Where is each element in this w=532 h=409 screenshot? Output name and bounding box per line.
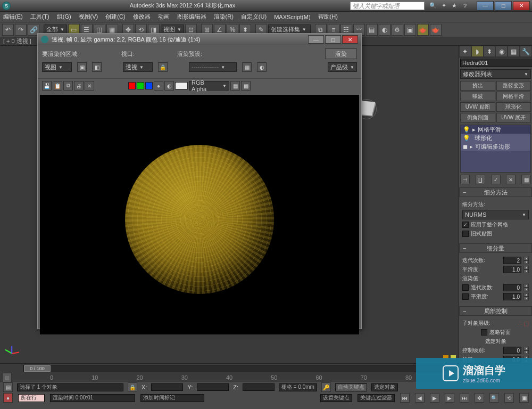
mod-btn-meshsmooth[interactable]: 网格平滑 — [496, 92, 531, 101]
layer-name[interactable]: 所在行 — [18, 394, 45, 402]
clone-button[interactable]: ⧉ — [63, 81, 73, 91]
auto-key-button[interactable]: 自动关键点 — [335, 383, 367, 391]
env-button[interactable]: ◐ — [257, 62, 267, 72]
iterations-spinner[interactable] — [503, 257, 521, 264]
z-coord-input[interactable] — [243, 383, 275, 391]
render-close-button[interactable]: ✕ — [342, 35, 358, 44]
overlay-a-button[interactable]: ▦ — [230, 81, 240, 91]
timeline-mode-button[interactable]: ⊞ — [2, 373, 12, 382]
menu-modifiers[interactable]: 修改器 — [133, 13, 151, 21]
production-dropdown[interactable]: 产品级▼ — [328, 62, 357, 72]
menu-customize[interactable]: 自定义(U) — [241, 13, 267, 21]
material-editor-button[interactable]: ◐ — [379, 24, 390, 36]
add-time-tag-button[interactable]: 添加时间标记 — [140, 394, 204, 402]
viewport-label[interactable]: [ + 0 透视 ] — [3, 37, 31, 45]
viewport-dropdown[interactable]: 透视▼ — [123, 62, 153, 72]
key-mode-button[interactable]: 🔑 — [321, 382, 331, 392]
stack-item-meshsmooth[interactable]: 💡▸网格平滑 — [461, 125, 530, 134]
menu-tools[interactable]: 工具(T) — [30, 13, 49, 21]
overlay-b-button[interactable]: ▩ — [241, 81, 251, 91]
preset-dropdown[interactable]: --------------▼ — [189, 62, 237, 72]
mod-btn-unwrap[interactable]: UVW 展开 — [496, 113, 531, 122]
smoothness-spinner[interactable] — [503, 266, 521, 273]
close-button[interactable]: ✕ — [513, 1, 530, 11]
old-mapping-check[interactable] — [462, 231, 469, 237]
stack-item-spherify[interactable]: 💡球形化 — [461, 134, 530, 142]
print-button[interactable]: 🖨 — [74, 81, 84, 91]
menu-help[interactable]: 帮助(H) — [318, 13, 338, 21]
schematic-button[interactable]: ▤ — [366, 24, 378, 36]
channel-green[interactable] — [137, 82, 144, 89]
render-output-viewport[interactable] — [40, 95, 359, 334]
render-setup-button[interactable]: ⚙ — [392, 24, 403, 36]
utilities-tab[interactable]: 🔧 — [520, 46, 532, 57]
x-coord-input[interactable] — [151, 383, 183, 391]
script-listener-button[interactable]: ▤ — [3, 382, 13, 392]
render-smooth-spinner[interactable] — [503, 293, 521, 300]
subdiv-method-dropdown[interactable]: NURMS▼ — [462, 210, 529, 219]
render-prod-button[interactable]: 🫖 — [430, 24, 442, 36]
menu-edit[interactable]: 编辑(E) — [3, 13, 23, 21]
menu-maxscript[interactable]: MAXScript(M) — [274, 14, 310, 20]
show-result-button[interactable]: ∐ — [476, 175, 485, 184]
render-minimize-button[interactable]: — — [308, 35, 324, 44]
play-prev-button[interactable]: ◀ — [415, 393, 425, 403]
control-level-spinner[interactable] — [503, 347, 521, 354]
region-auto-button[interactable]: ◧ — [92, 62, 102, 72]
object-name-input[interactable] — [460, 59, 532, 67]
copy-image-button[interactable]: 📋 — [53, 81, 62, 91]
render-smooth-check[interactable] — [462, 293, 469, 300]
mod-btn-uvwmap[interactable]: UVW 贴图 — [460, 102, 495, 112]
lock-selection-button[interactable]: 🔒 — [128, 382, 137, 392]
mod-btn-noise[interactable]: 噪波 — [460, 92, 495, 101]
modifier-list-dropdown[interactable]: 修改器列表▼ — [460, 69, 531, 79]
rollout-local-control[interactable]: 局部控制 — [459, 306, 532, 316]
render-frame-button[interactable]: ▣ — [404, 24, 416, 36]
time-slider-handle[interactable]: 0 / 100 — [24, 365, 51, 372]
mono-button[interactable]: ◐ — [164, 81, 174, 91]
maximize-button[interactable]: ◻ — [495, 1, 512, 11]
menu-views[interactable]: 视图(V) — [79, 13, 98, 21]
nav-max-button[interactable]: ▣ — [519, 393, 529, 403]
region-dropdown[interactable]: 视图▼ — [42, 62, 72, 72]
y-coord-input[interactable] — [197, 383, 229, 391]
time-slider[interactable]: 0 / 100 — [23, 365, 445, 372]
menu-animation[interactable]: 动画 — [158, 13, 170, 21]
search-icon[interactable]: 🔍 — [429, 2, 437, 10]
undo-button[interactable]: ↶ — [2, 24, 14, 36]
minimize-button[interactable]: — — [477, 1, 494, 11]
rollout-subdiv-amount[interactable]: 细分量 — [459, 243, 532, 253]
modify-tab[interactable]: ◗ — [471, 46, 484, 57]
set-key-button[interactable]: 设置关键点 — [320, 394, 352, 402]
iter-spin-buttons[interactable]: ▴▾ — [523, 257, 529, 264]
help-search-input[interactable]: 键入关键字或短语 — [350, 2, 425, 10]
render-iter-check[interactable] — [462, 284, 469, 291]
nav-zoom-button[interactable]: 🔍 — [489, 393, 499, 403]
motion-tab[interactable]: ◉ — [495, 46, 508, 57]
alpha-button[interactable]: ● — [154, 81, 163, 91]
key-filters-button[interactable]: 关键点过滤器 — [358, 394, 395, 402]
create-tab[interactable]: ✦ — [459, 46, 471, 57]
menu-graph[interactable]: 图形编辑器 — [177, 13, 206, 21]
menu-group[interactable]: 组(G) — [57, 13, 71, 21]
mod-btn-spherify[interactable]: 球形化 — [496, 102, 531, 112]
clear-button[interactable]: ✕ — [85, 81, 94, 91]
render-button[interactable]: 🫖 — [417, 24, 429, 36]
render-button-main[interactable]: 渲染 — [325, 48, 357, 59]
save-image-button[interactable]: 💾 — [42, 81, 52, 91]
play-end-button[interactable]: ⏭ — [460, 393, 469, 403]
selected-obj-dropdown[interactable]: 选定对象 — [371, 383, 398, 391]
menu-rendering[interactable]: 渲染(R) — [214, 13, 234, 21]
hierarchy-tab[interactable]: ⬍ — [484, 46, 496, 57]
mod-btn-bevel[interactable]: 倒角剖面 — [460, 113, 495, 122]
help-icon[interactable]: ✦ — [439, 2, 448, 10]
ignore-backface-check[interactable] — [481, 329, 487, 336]
smooth-spin-buttons[interactable]: ▴▾ — [523, 266, 529, 273]
pin-stack-button[interactable]: ⊣ — [460, 175, 470, 184]
render-window-titlebar[interactable]: 透视, 帧 0, 显示 gamma: 2.2, RGBA 颜色 16 位/通道 … — [38, 34, 361, 45]
region-edit-button[interactable]: ▣ — [77, 62, 87, 72]
channel-red[interactable] — [128, 82, 136, 89]
unique-button[interactable]: ✓ — [491, 175, 501, 184]
favorites-icon[interactable]: ★ — [450, 2, 459, 10]
channel-dropdown[interactable]: RGB Alpha▼ — [189, 81, 229, 91]
